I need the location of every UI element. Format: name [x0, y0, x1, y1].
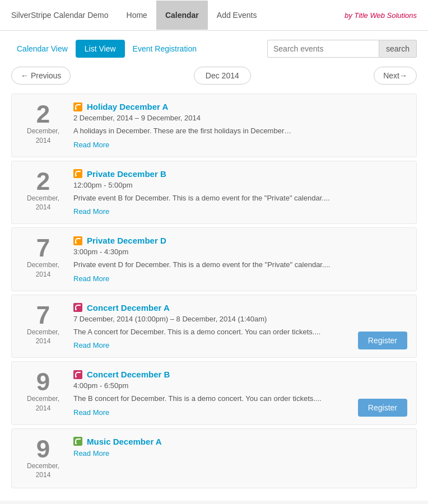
event-card: 9 December,2014 Music December A Read Mo…: [11, 428, 417, 489]
calendar-view-link[interactable]: Calendar View: [11, 40, 73, 58]
nav-left: SilverStripe Calendar Demo Home Calendar…: [11, 1, 345, 30]
event-title[interactable]: Holiday December A: [87, 102, 168, 111]
nav-item-home[interactable]: Home: [118, 1, 156, 30]
event-month-year: December,2014: [21, 328, 66, 347]
event-title-row: Private December D: [73, 236, 407, 245]
event-title[interactable]: Concert December A: [87, 303, 170, 312]
rss-icon-pink: [73, 303, 82, 312]
read-more-link[interactable]: Read More: [73, 141, 109, 149]
event-card: 2 December,2014 Holiday December A 2 Dec…: [11, 94, 417, 157]
event-description: The A concert for December. This is a de…: [73, 326, 407, 338]
event-title[interactable]: Concert December B: [87, 370, 170, 379]
register-button[interactable]: Register: [358, 399, 407, 417]
pagination-bar: ← Previous Dec 2014 Next→: [11, 67, 417, 85]
rss-icon: [73, 236, 82, 245]
event-time: 2 December, 2014 – 9 December, 2014: [73, 114, 407, 122]
event-title[interactable]: Private December B: [87, 169, 166, 179]
rss-icon: [73, 169, 82, 178]
view-toolbar: Calendar View List View Event Registrati…: [11, 40, 417, 58]
event-title-row: Concert December B: [73, 370, 407, 379]
event-day: 9: [21, 370, 66, 394]
event-title-row: Concert December A: [73, 303, 407, 312]
read-more-link[interactable]: Read More: [73, 449, 109, 458]
event-registration-link[interactable]: Event Registration: [127, 40, 202, 58]
event-card: 7 December,2014 Private December D 3:00p…: [11, 227, 417, 291]
event-body: Concert December B 4:00pm - 6:50pm The B…: [66, 370, 407, 417]
event-day: 2: [21, 102, 66, 127]
event-month-year: December,2014: [21, 394, 66, 413]
event-list: 2 December,2014 Holiday December A 2 Dec…: [11, 94, 417, 492]
event-card: 7 December,2014 Concert December A 7 Dec…: [11, 295, 417, 358]
rss-icon-green: [73, 437, 82, 446]
event-time: 4:00pm - 6:50pm: [73, 381, 407, 390]
event-body: Private December D 3:00pm - 4:30pm Priva…: [66, 236, 407, 283]
read-more-link[interactable]: Read More: [73, 274, 109, 283]
event-time: 3:00pm - 4:30pm: [73, 248, 407, 256]
event-title-row: Music December A: [73, 437, 407, 446]
event-day: 9: [21, 437, 66, 461]
event-title-row: Holiday December A: [73, 102, 407, 111]
next-button[interactable]: Next→: [374, 67, 417, 85]
event-body: Holiday December A 2 December, 2014 – 9 …: [66, 102, 407, 149]
event-body: Music December A Read More: [66, 437, 407, 458]
event-description: Private event B for December. This is a …: [73, 193, 407, 204]
main-content: Calendar View List View Event Registrati…: [0, 31, 428, 501]
nav-item-calendar[interactable]: Calendar: [156, 1, 208, 30]
read-more-link[interactable]: Read More: [73, 408, 109, 417]
rss-icon: [73, 102, 82, 111]
event-date: 9 December,2014: [21, 370, 66, 413]
event-title[interactable]: Private December D: [87, 236, 166, 245]
current-month: Dec 2014: [194, 67, 251, 85]
event-month-year: December,2014: [21, 127, 66, 146]
event-date: 7 December,2014: [21, 303, 66, 347]
top-navigation: SilverStripe Calendar Demo Home Calendar…: [0, 0, 428, 31]
search-input[interactable]: [267, 40, 379, 58]
event-card: 9 December,2014 Concert December B 4:00p…: [11, 361, 417, 425]
event-description: Private event D for December. This is a …: [73, 259, 407, 270]
nav-brand: SilverStripe Calendar Demo: [11, 1, 118, 30]
event-title-row: Private December B: [73, 169, 407, 179]
event-day: 2: [21, 169, 66, 194]
event-day: 7: [21, 303, 66, 328]
previous-button[interactable]: ← Previous: [11, 67, 71, 85]
event-time: 7 December, 2014 (10:00pm) – 8 December,…: [73, 315, 407, 323]
event-month-year: December,2014: [21, 461, 66, 480]
event-date: 7 December,2014: [21, 236, 66, 279]
event-body: Concert December A 7 December, 2014 (10:…: [66, 303, 407, 350]
list-view-button[interactable]: List View: [76, 40, 125, 58]
read-more-link[interactable]: Read More: [73, 207, 109, 216]
event-time: 12:00pm - 5:00pm: [73, 181, 407, 189]
register-button[interactable]: Register: [358, 332, 407, 349]
event-card: 2 December,2014 Private December B 12:00…: [11, 161, 417, 225]
event-description: A holidays in December. These are the fi…: [73, 125, 407, 137]
event-description: The B concert for December. This is a de…: [73, 393, 407, 404]
event-day: 7: [21, 236, 66, 260]
nav-by-line: by Title Web Solutions: [345, 11, 417, 20]
event-month-year: December,2014: [21, 194, 66, 213]
search-button[interactable]: search: [379, 40, 417, 58]
event-date: 9 December,2014: [21, 437, 66, 480]
search-area: search: [267, 40, 417, 58]
event-title[interactable]: Music December A: [87, 437, 162, 446]
event-month-year: December,2014: [21, 260, 66, 279]
event-date: 2 December,2014: [21, 102, 66, 146]
event-date: 2 December,2014: [21, 169, 66, 213]
rss-icon-pink: [73, 370, 82, 379]
read-more-link[interactable]: Read More: [73, 341, 109, 349]
event-body: Private December B 12:00pm - 5:00pm Priv…: [66, 169, 407, 216]
nav-item-add-events[interactable]: Add Events: [208, 1, 266, 30]
